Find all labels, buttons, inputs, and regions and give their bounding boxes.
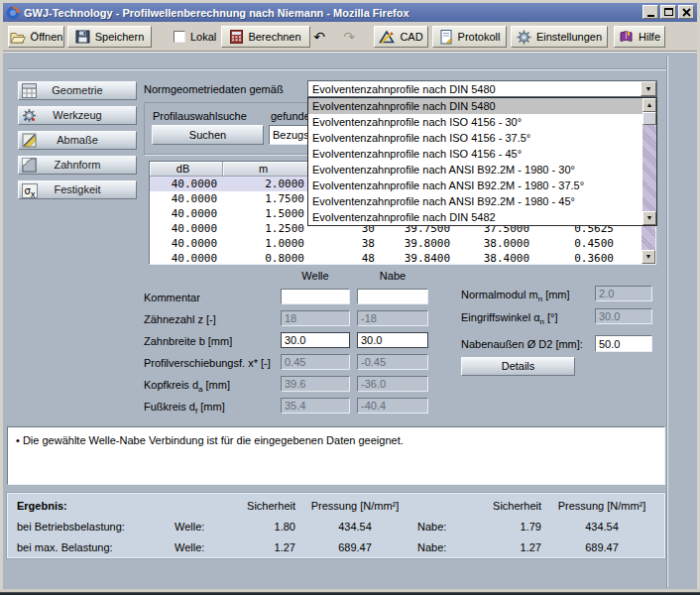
found-profiles-label: gefunde [271, 110, 310, 122]
zahnbreite-label: Zahnbreite b [mm] [144, 335, 232, 350]
kommentar-welle-input[interactable] [281, 289, 350, 304]
open-button[interactable]: Öffnen [8, 26, 64, 48]
lokal-checkbox[interactable] [174, 31, 185, 43]
maximize-button[interactable] [660, 5, 676, 19]
scroll-down-icon[interactable]: ▼ [642, 250, 655, 264]
tolerance-icon [22, 133, 38, 149]
dropdown-scrollbar[interactable]: ▲ ▼ [642, 98, 656, 225]
titlebar: GWJ-Technology - Profilwellenberechnung … [3, 3, 697, 22]
profilverschiebung-nabe-field [357, 354, 428, 370]
cad-drafting-icon [379, 30, 395, 44]
undo-button[interactable]: ↶ [306, 26, 332, 48]
sidebar-item-zahnform[interactable]: Zahnform [18, 156, 137, 175]
dropdown-option[interactable]: Evolventenzahnprofile nach DIN 5480 [308, 98, 642, 114]
dropdown-option[interactable]: Evolventenzahnprofile nach ISO 4156 - 37… [308, 130, 642, 146]
dropdown-option[interactable]: Evolventenzahnprofile nach DIN 5482 [308, 209, 642, 225]
dropdown-option[interactable]: Evolventenzahnprofile nach ANSI B92.2M -… [308, 162, 642, 178]
welle-pressung-value: 434.54 [309, 521, 401, 533]
help-button[interactable]: Hilfe [614, 26, 665, 48]
cell: 2.0000 [223, 177, 310, 191]
settings-button[interactable]: Einstellungen [511, 26, 608, 48]
cad-button[interactable]: CAD [374, 26, 428, 48]
sigma-icon: σx [22, 182, 38, 198]
table-row[interactable]: 40.00000.80004839.840038.40000.3600 [150, 251, 655, 266]
fusskreis-welle-field [281, 398, 350, 414]
search-button[interactable]: Suchen [152, 125, 264, 145]
scroll-up-icon[interactable]: ▲ [642, 98, 656, 112]
nabenaussen-input[interactable] [595, 335, 652, 352]
cell: 40.0000 [150, 206, 223, 221]
close-button[interactable] [678, 5, 694, 19]
firefox-logo-icon [6, 6, 20, 20]
dropdown-option[interactable]: Evolventenzahnprofile nach ISO 4156 - 30… [308, 114, 642, 130]
result-row-label: bei Betriebsbelastung: [17, 521, 125, 533]
nabe-pressung-value: 434.54 [555, 521, 648, 533]
settings-button-label: Einstellungen [536, 31, 602, 43]
nabe-label: Nabe: [417, 541, 446, 553]
norm-combobox[interactable]: Evolventenzahnprofile nach DIN 5480 ▼ [307, 80, 657, 97]
table-row[interactable]: 40.00001.00003839.800038.00000.4500 [150, 236, 655, 251]
result-row-label: bei max. Belastung: [17, 541, 113, 553]
cell: 1.7500 [223, 191, 310, 206]
minimize-button[interactable] [642, 5, 658, 19]
save-button[interactable]: Speichern [67, 26, 152, 48]
cell: 40.0000 [150, 236, 223, 251]
redo-button[interactable]: ↷ [336, 26, 362, 48]
lokal-checkbox-label: Lokal [190, 31, 216, 43]
sidebar-item-festigkeit[interactable]: σx Festigkeit [18, 180, 137, 199]
column-header-dB[interactable]: dB [150, 162, 223, 177]
search-group-title: Profilauswahlsuche [153, 110, 247, 122]
dropdown-option[interactable]: Evolventenzahnprofile nach ANSI B92.2M -… [308, 178, 642, 193]
eingriffswinkel-field [595, 308, 652, 324]
settings-gear-icon [517, 30, 531, 45]
protokoll-button[interactable]: Protokoll [432, 26, 507, 48]
calculate-button[interactable]: Berechnen [221, 26, 310, 48]
welle-column-header: Welle [281, 270, 350, 282]
cell: 40.0000 [150, 177, 223, 191]
details-button-label: Details [502, 360, 535, 372]
kopfkreis-label: Kopfkreis da [mm] [144, 379, 230, 394]
cell: 39.8400 [388, 251, 467, 266]
dropdown-option[interactable]: Evolventenzahnprofile nach ISO 4156 - 45… [308, 146, 642, 162]
application-window: GWJ-Technology - Profilwellenberechnung … [0, 0, 700, 595]
welle-pressung-value: 689.47 [309, 541, 401, 553]
redo-icon: ↷ [343, 29, 355, 45]
sidebar-item-geometrie[interactable]: Geometrie [18, 81, 137, 100]
cell: 40.0000 [150, 191, 223, 206]
details-button[interactable]: Details [461, 357, 575, 376]
open-folder-icon [10, 31, 26, 44]
combo-dropdown-arrow-icon[interactable]: ▼ [641, 81, 656, 96]
applet-top-separator [8, 68, 666, 70]
zahnbreite-welle-input[interactable] [281, 332, 350, 348]
kommentar-nabe-input[interactable] [357, 289, 428, 304]
nabe-sicherheit-value: 1.79 [482, 521, 541, 533]
zaehnezahl-nabe-field [357, 310, 428, 326]
norm-dropdown-list: Evolventenzahnprofile nach DIN 5480 Evol… [307, 97, 657, 226]
norm-combobox-value: Evolventenzahnprofile nach DIN 5480 [312, 82, 496, 96]
scrollbar-thumb[interactable] [642, 112, 656, 125]
help-book-icon [619, 30, 634, 44]
profilverschiebung-welle-field [281, 354, 350, 370]
zahnbreite-nabe-input[interactable] [357, 332, 428, 348]
close-icon [682, 8, 691, 17]
sidebar-item-abmasse[interactable]: Abmaße [18, 131, 137, 150]
reference-diameter-value: Bezugs [273, 129, 309, 141]
sidebar-item-werkzeug[interactable]: Werkzeug [18, 106, 137, 125]
nabe-sicherheit-value: 1.27 [482, 541, 541, 553]
profilverschiebung-label: Profilverschiebungsf. x* [-] [144, 357, 271, 372]
norm-label: Normgeometriedaten gemäß [144, 83, 284, 95]
cell: 0.3600 [548, 251, 643, 266]
scrollbar-track[interactable] [642, 125, 656, 211]
cell: 38.0000 [467, 236, 548, 251]
column-header-m[interactable]: m [223, 162, 310, 177]
kopfkreis-welle-field [281, 376, 350, 392]
dropdown-option[interactable]: Evolventenzahnprofile nach ANSI B92.2M -… [308, 193, 642, 209]
cell: 0.8000 [223, 251, 310, 266]
normalmodul-label: Normalmodul mn [mm] [461, 289, 570, 303]
scroll-down-icon[interactable]: ▼ [642, 211, 656, 225]
welle-label: Welle: [175, 521, 204, 533]
kopfkreis-nabe-field [357, 376, 428, 392]
cell: 0.4500 [548, 236, 643, 251]
report-document-icon [439, 30, 453, 45]
validation-message: • Die gewählte Welle-Nabe Verbindung ist… [16, 434, 404, 446]
